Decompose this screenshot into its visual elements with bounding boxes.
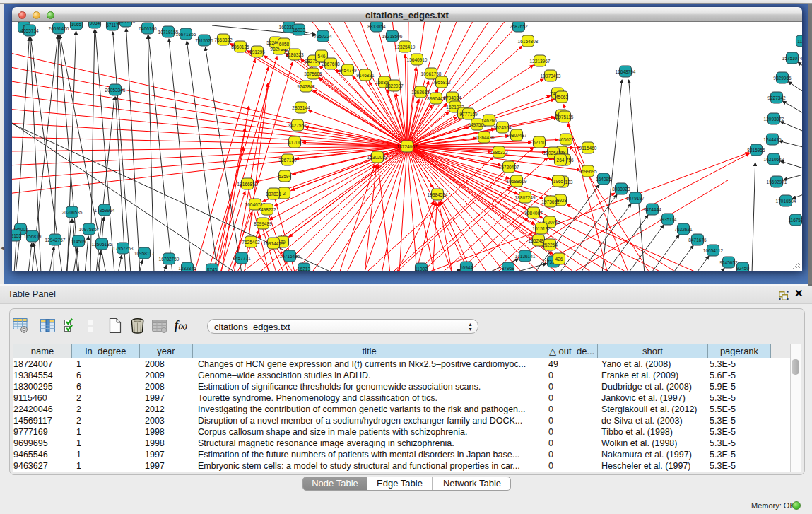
svg-text:7955812: 7955812 bbox=[433, 80, 451, 85]
svg-text:20364436: 20364436 bbox=[474, 135, 495, 140]
svg-text:92450: 92450 bbox=[736, 266, 749, 271]
svg-text:12325419: 12325419 bbox=[395, 45, 416, 49]
svg-text:10944: 10944 bbox=[460, 265, 473, 270]
svg-text:1232346: 1232346 bbox=[178, 266, 196, 271]
svg-text:9084: 9084 bbox=[90, 22, 100, 25]
svg-text:8186323: 8186323 bbox=[286, 52, 304, 57]
svg-text:252254: 252254 bbox=[542, 243, 558, 247]
svg-text:15751074: 15751074 bbox=[782, 56, 802, 61]
svg-text:8215955: 8215955 bbox=[747, 148, 765, 153]
svg-text:7632621: 7632621 bbox=[674, 227, 693, 232]
svg-text:20206535: 20206535 bbox=[62, 210, 83, 215]
svg-text:9457771: 9457771 bbox=[233, 256, 251, 261]
svg-text:1244415: 1244415 bbox=[763, 137, 782, 142]
svg-text:9084067: 9084067 bbox=[524, 211, 543, 216]
svg-text:2803144: 2803144 bbox=[292, 105, 310, 110]
svg-text:39155: 39155 bbox=[12, 233, 21, 238]
svg-text:3267130: 3267130 bbox=[278, 158, 297, 163]
svg-text:9329966: 9329966 bbox=[773, 76, 792, 81]
svg-text:6479197: 6479197 bbox=[626, 196, 645, 201]
svg-text:3875685: 3875685 bbox=[304, 71, 322, 76]
svg-text:4055714: 4055714 bbox=[20, 28, 39, 33]
svg-text:6466160: 6466160 bbox=[139, 26, 157, 31]
svg-text:53594: 53594 bbox=[278, 174, 291, 179]
svg-text:16213: 16213 bbox=[298, 267, 310, 271]
svg-text:2: 2 bbox=[283, 191, 286, 196]
svg-text:8427552: 8427552 bbox=[288, 123, 307, 128]
svg-text:18724007: 18724007 bbox=[397, 144, 418, 149]
svg-text:20053346: 20053346 bbox=[105, 88, 126, 93]
svg-text:7515526: 7515526 bbox=[195, 38, 213, 43]
svg-text:546: 546 bbox=[318, 54, 326, 59]
svg-text:16033: 16033 bbox=[293, 28, 305, 33]
svg-text:17957253: 17957253 bbox=[113, 246, 134, 251]
svg-text:11082: 11082 bbox=[415, 267, 428, 271]
svg-text:10975857: 10975857 bbox=[79, 227, 100, 232]
svg-text:887831: 887831 bbox=[266, 192, 281, 197]
svg-text:19218506: 19218506 bbox=[382, 34, 403, 39]
svg-text:8498222: 8498222 bbox=[258, 207, 276, 212]
svg-text:16154808: 16154808 bbox=[518, 39, 539, 44]
svg-text:15302033: 15302033 bbox=[367, 155, 388, 160]
svg-text:7625402: 7625402 bbox=[242, 240, 260, 245]
svg-text:6058: 6058 bbox=[279, 42, 290, 47]
svg-text:9699695: 9699695 bbox=[579, 169, 597, 174]
svg-text:9227342: 9227342 bbox=[767, 95, 786, 100]
svg-text:9146821: 9146821 bbox=[356, 73, 375, 78]
svg-text:8960125: 8960125 bbox=[231, 45, 249, 49]
svg-text:7357224: 7357224 bbox=[314, 34, 332, 39]
svg-text:7986322: 7986322 bbox=[490, 150, 508, 155]
svg-text:19166852: 19166852 bbox=[237, 182, 258, 187]
svg-text:2935114: 2935114 bbox=[659, 217, 677, 222]
svg-text:3624554: 3624554 bbox=[493, 125, 512, 130]
svg-text:9245652: 9245652 bbox=[719, 260, 738, 265]
svg-text:16782759: 16782759 bbox=[159, 257, 180, 262]
svg-text:17016504: 17016504 bbox=[776, 199, 796, 204]
svg-text:9777169: 9777169 bbox=[459, 112, 478, 117]
svg-text:18807249: 18807249 bbox=[515, 195, 536, 200]
svg-text:16648794: 16648794 bbox=[616, 69, 636, 74]
svg-text:10653267: 10653267 bbox=[116, 22, 136, 24]
svg-text:1615132: 1615132 bbox=[532, 226, 551, 231]
svg-text:8990443: 8990443 bbox=[427, 96, 445, 101]
svg-text:15720407: 15720407 bbox=[499, 165, 519, 170]
svg-text:9242848: 9242848 bbox=[297, 84, 315, 89]
svg-text:8938923: 8938923 bbox=[612, 187, 630, 192]
svg-text:12505135: 12505135 bbox=[92, 242, 112, 247]
svg-text:16914479: 16914479 bbox=[264, 241, 284, 246]
svg-text:10688609: 10688609 bbox=[507, 179, 527, 184]
svg-text:10958117: 10958117 bbox=[134, 251, 155, 256]
svg-text:116753: 116753 bbox=[788, 218, 802, 223]
svg-text:1965: 1965 bbox=[553, 179, 564, 184]
svg-text:10973493: 10973493 bbox=[541, 74, 561, 78]
svg-text:1156819: 1156819 bbox=[24, 234, 42, 239]
svg-text:20691406: 20691406 bbox=[49, 26, 69, 31]
svg-text:87968: 87968 bbox=[502, 266, 514, 271]
svg-text:15716485: 15716485 bbox=[280, 254, 300, 259]
svg-text:12942757: 12942757 bbox=[45, 238, 66, 243]
svg-text:2867608: 2867608 bbox=[322, 62, 340, 66]
svg-text:1065: 1065 bbox=[71, 22, 82, 27]
svg-text:164095: 164095 bbox=[596, 177, 611, 182]
svg-text:1975692: 1975692 bbox=[541, 199, 560, 204]
svg-text:8471676: 8471676 bbox=[688, 238, 707, 243]
svg-text:1362615: 1362615 bbox=[411, 90, 430, 95]
svg-text:10961758: 10961758 bbox=[421, 71, 442, 76]
svg-text:2687652: 2687652 bbox=[510, 24, 528, 29]
svg-text:8454749: 8454749 bbox=[339, 68, 357, 73]
svg-text:8743: 8743 bbox=[207, 267, 218, 271]
svg-text:10654112: 10654112 bbox=[703, 248, 724, 253]
svg-text:426: 426 bbox=[555, 257, 563, 262]
svg-text:1117: 1117 bbox=[797, 39, 802, 44]
svg-text:7663822: 7663822 bbox=[214, 37, 233, 42]
svg-text:45063: 45063 bbox=[555, 95, 568, 100]
svg-text:746266: 746266 bbox=[481, 118, 497, 123]
svg-text:8813054: 8813054 bbox=[367, 24, 386, 29]
svg-text:17359924: 17359924 bbox=[95, 208, 115, 213]
svg-text:15692971: 15692971 bbox=[767, 180, 787, 185]
svg-text:16210643: 16210643 bbox=[764, 157, 784, 162]
svg-text:12093872: 12093872 bbox=[764, 117, 784, 122]
svg-text:264: 264 bbox=[557, 158, 565, 163]
svg-text:12213967: 12213967 bbox=[530, 59, 551, 64]
svg-text:19384554: 19384554 bbox=[428, 192, 448, 197]
